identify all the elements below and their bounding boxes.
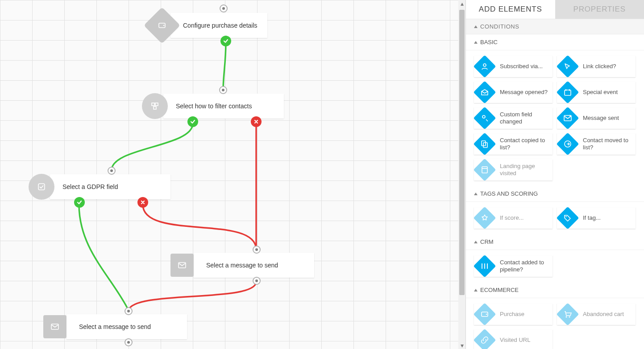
tile-copy[interactable]: Contact copied to list?: [474, 133, 553, 155]
tile-open[interactable]: Message opened?: [474, 82, 553, 103]
canvas-scrollbar[interactable]: ▴ ▾: [458, 0, 465, 349]
chevron-up-icon: [474, 25, 478, 28]
node-filter-contacts[interactable]: Select how to filter contacts: [142, 93, 284, 119]
wallet-icon: [149, 12, 175, 38]
subsection-tags[interactable]: TAGS AND SCORING: [466, 186, 644, 202]
tile-send[interactable]: Message sent: [557, 107, 636, 129]
copy-icon: [474, 133, 495, 155]
subsection-ecommerce[interactable]: ECOMMERCE: [466, 282, 644, 298]
open-icon: [474, 82, 495, 103]
tile-event[interactable]: Special event: [557, 82, 636, 103]
mail-icon: [170, 254, 194, 277]
tab-label: ADD ELEMENTS: [479, 5, 542, 14]
chevron-up-icon: [474, 41, 478, 44]
subsection-basic[interactable]: BASIC: [466, 34, 644, 50]
node-label: Select a GDPR field: [62, 183, 118, 190]
tile-move[interactable]: Contact moved to list?: [557, 133, 636, 155]
section-label: CONDITIONS: [480, 23, 519, 30]
scroll-down-icon[interactable]: ▾: [458, 342, 465, 349]
subsection-label: BASIC: [480, 39, 498, 45]
star-icon: [474, 207, 495, 229]
tile-wallet[interactable]: Purchase: [474, 304, 553, 325]
click-icon: [557, 56, 578, 77]
mail-icon: [43, 315, 66, 338]
chevron-up-icon: [474, 289, 478, 292]
port-in[interactable]: [253, 246, 261, 254]
subsection-label: CRM: [480, 238, 494, 245]
move-icon: [557, 133, 578, 155]
subsection-label: ECOMMERCE: [480, 287, 519, 293]
tile-link[interactable]: Visited URL: [474, 329, 553, 349]
subsection-crm[interactable]: CRM: [466, 234, 644, 250]
scroll-up-icon[interactable]: ▴: [458, 0, 465, 7]
node-label: Select how to filter contacts: [176, 103, 252, 110]
tile-label: Custom field changed: [495, 111, 553, 126]
tile-label: If tag...: [578, 214, 605, 222]
tile-field[interactable]: Custom field changed: [474, 107, 553, 129]
port-in[interactable]: [108, 167, 116, 175]
port-out-yes[interactable]: [74, 197, 85, 208]
tile-tag[interactable]: If tag...: [557, 207, 636, 229]
tile-label: Link clicked?: [578, 63, 620, 70]
tab-properties[interactable]: PROPERTIES: [555, 0, 644, 19]
section-conditions[interactable]: CONDITIONS: [466, 19, 644, 34]
wallet-icon: [474, 304, 495, 325]
node-configure-purchase[interactable]: Configure purchase details: [149, 12, 267, 38]
port-out[interactable]: [125, 338, 133, 346]
tile-label: Abandoned cart: [578, 311, 628, 318]
tile-star[interactable]: If score...: [474, 207, 553, 229]
sidebar-tabs: ADD ELEMENTS PROPERTIES: [466, 0, 644, 19]
tile-label: Contact moved to list?: [578, 137, 636, 152]
tile-label: Visited URL: [495, 337, 535, 344]
cart-icon: [557, 304, 578, 325]
subsection-label: TAGS AND SCORING: [480, 190, 538, 197]
port-out-no[interactable]: [251, 116, 262, 127]
tile-label: Contact added to pipeline?: [495, 259, 553, 274]
node-label: Configure purchase details: [183, 22, 258, 29]
tag-icon: [557, 207, 578, 229]
tile-pipe[interactable]: Contact added to pipeline?: [474, 255, 553, 277]
workflow-canvas[interactable]: Configure purchase details Select how to…: [0, 0, 465, 349]
node-label: Select a message to send: [79, 323, 151, 330]
sidebar: ADD ELEMENTS PROPERTIES CONDITIONS BASIC…: [465, 0, 644, 349]
port-out-no[interactable]: [137, 197, 148, 208]
tile-label: Landing page visited: [495, 163, 553, 177]
tile-label: Contact copied to list?: [495, 137, 553, 152]
tile-user[interactable]: Subscribed via...: [474, 56, 553, 77]
tile-label: Special event: [578, 89, 622, 96]
user-icon: [474, 56, 495, 77]
tile-page[interactable]: Landing page visited: [474, 159, 553, 181]
port-out-yes[interactable]: [187, 116, 198, 127]
tile-label: If score...: [495, 214, 528, 222]
tab-label: PROPERTIES: [573, 5, 626, 14]
node-label: Select a message to send: [206, 262, 278, 269]
pipe-icon: [474, 255, 495, 277]
port-in[interactable]: [125, 307, 133, 315]
send-icon: [557, 107, 578, 129]
port-in[interactable]: [220, 4, 228, 12]
checkbox-icon: [29, 174, 54, 200]
event-icon: [557, 82, 578, 103]
tile-label: Message opened?: [495, 89, 552, 96]
link-icon: [474, 329, 495, 349]
tile-cart[interactable]: Abandoned cart: [557, 304, 636, 325]
node-message-2[interactable]: Select a message to send: [43, 314, 187, 339]
tile-label: Message sent: [578, 115, 623, 122]
node-gdpr-field[interactable]: Select a GDPR field: [29, 174, 170, 200]
tile-label: Purchase: [495, 311, 529, 318]
port-in[interactable]: [219, 86, 227, 94]
node-message-1[interactable]: Select a message to send: [170, 253, 314, 278]
port-out[interactable]: [253, 277, 261, 285]
grid-icon: [142, 93, 168, 119]
page-icon: [474, 159, 495, 181]
tile-label: Subscribed via...: [495, 63, 547, 70]
field-icon: [474, 107, 495, 129]
tile-click[interactable]: Link clicked?: [557, 56, 636, 77]
scrollbar-thumb[interactable]: [459, 10, 465, 295]
tab-add-elements[interactable]: ADD ELEMENTS: [466, 0, 555, 19]
chevron-up-icon: [474, 193, 478, 195]
port-out-yes[interactable]: [220, 36, 231, 46]
chevron-up-icon: [474, 241, 478, 243]
